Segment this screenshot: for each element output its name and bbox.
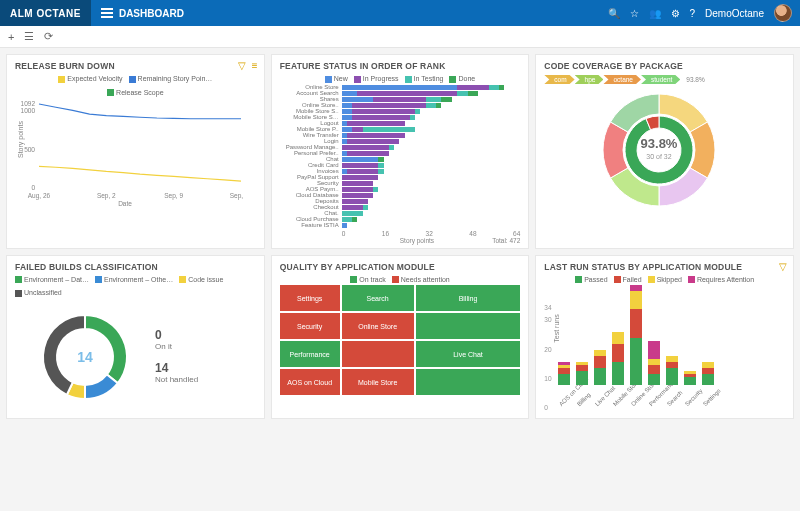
svg-text:Sep, 16: Sep, 16 (230, 192, 245, 200)
svg-text:Aug, 26: Aug, 26 (28, 192, 51, 200)
treemap-cell[interactable] (416, 313, 521, 339)
card-title: QUALITY BY APPLICATION MODULE (280, 262, 521, 272)
card-title: FAILED BUILDS CLASSIFICATION (15, 262, 256, 272)
card-title: CODE COVERAGE BY PACKAGE (544, 61, 785, 71)
treemap-cell[interactable]: Billing (416, 285, 521, 311)
filter-icon[interactable]: ▽ (779, 261, 787, 272)
card-feature-status: FEATURE STATUS IN ORDER OF RANK New In P… (271, 54, 530, 249)
card-title: FEATURE STATUS IN ORDER OF RANK (280, 61, 521, 71)
avatar[interactable] (774, 4, 792, 22)
treemap-cell[interactable]: Search (342, 285, 414, 311)
svg-text:Sep, 2: Sep, 2 (97, 192, 116, 200)
quality-treemap[interactable]: SettingsSearchBillingSecurityOnline Stor… (280, 285, 521, 395)
legend: New In Progress In Testing Done (280, 75, 521, 83)
help-icon[interactable]: ? (690, 8, 696, 19)
card-title: RELEASE BURN DOWN (15, 61, 256, 71)
add-widget-button[interactable]: + (8, 31, 14, 43)
top-nav: ALM OCTANE DASHBOARD 🔍 ☆ 👥 ⚙ ? DemoOctan… (0, 0, 800, 26)
lastrun-chart: AOS on CloudBillingLive ChatMobile Store… (544, 285, 785, 385)
svg-text:93.8%: 93.8% (641, 136, 678, 151)
failed-donut: 14 (15, 299, 155, 414)
widget-grid: RELEASE BURN DOWN ▽≡ Expected Velocity R… (0, 48, 800, 425)
card-code-coverage: CODE COVERAGE BY PACKAGE comhpeoctanestu… (535, 54, 794, 249)
nothandled-count: 14 (155, 361, 198, 375)
menu-icon[interactable] (101, 6, 113, 20)
treemap-cell[interactable]: Security (280, 313, 340, 339)
treemap-cell[interactable]: Performance (280, 341, 340, 367)
onit-count: 0 (155, 328, 198, 342)
user-label[interactable]: DemoOctane (705, 8, 764, 19)
card-quality-module: QUALITY BY APPLICATION MODULE On track N… (271, 255, 530, 419)
feature-bars: Online StoreAccount SearchSharesOnline S… (280, 85, 521, 228)
card-failed-builds: FAILED BUILDS CLASSIFICATION Environment… (6, 255, 265, 419)
burndown-chart: Story points 050010001092 Aug, 26Sep, 2S… (15, 98, 245, 208)
people-icon[interactable]: 👥 (649, 8, 661, 19)
treemap-cell[interactable] (342, 341, 414, 367)
list-toggle-button[interactable]: ☰ (24, 30, 34, 43)
svg-text:500: 500 (24, 146, 35, 153)
treemap-cell[interactable]: Mobile Store (342, 369, 414, 395)
treemap-cell[interactable]: Settings (280, 285, 340, 311)
card-release-burndown: RELEASE BURN DOWN ▽≡ Expected Velocity R… (6, 54, 265, 249)
svg-text:14: 14 (77, 349, 93, 365)
search-icon[interactable]: 🔍 (608, 8, 620, 19)
svg-text:Date: Date (118, 200, 132, 207)
treemap-cell[interactable]: Live Chat (416, 341, 521, 367)
legend: Expected Velocity Remaining Story Poin… … (15, 75, 256, 96)
svg-text:Sep, 9: Sep, 9 (164, 192, 183, 200)
page-title: DASHBOARD (119, 8, 184, 19)
legend: Environment – Dat… Environment – Othe… C… (15, 276, 256, 297)
refresh-button[interactable]: ⟳ (44, 30, 53, 43)
svg-text:1092: 1092 (21, 100, 36, 107)
card-title: LAST RUN STATUS BY APPLICATION MODULE (544, 262, 785, 272)
legend: Passed Failed Skipped Requires Attention (544, 276, 785, 284)
package-breadcrumb[interactable]: comhpeoctanestudent 93.8% (544, 75, 785, 84)
card-last-run-status: LAST RUN STATUS BY APPLICATION MODULE ▽ … (535, 255, 794, 419)
svg-text:0: 0 (31, 184, 35, 191)
svg-text:30 of 32: 30 of 32 (647, 153, 672, 160)
menu-icon[interactable]: ≡ (252, 60, 258, 71)
filter-icon[interactable]: ▽ (238, 60, 246, 71)
treemap-cell[interactable] (416, 369, 521, 395)
gear-icon[interactable]: ⚙ (671, 8, 680, 19)
star-icon[interactable]: ☆ (630, 8, 639, 19)
brand[interactable]: ALM OCTANE (0, 0, 91, 26)
treemap-cell[interactable]: Online Store (342, 313, 414, 339)
breadcrumb[interactable]: DASHBOARD (91, 6, 194, 20)
coverage-chart: 93.8% 30 of 32 (544, 86, 774, 211)
dashboard-toolbar: + ☰ ⟳ (0, 26, 800, 48)
treemap-cell[interactable]: AOS on Cloud (280, 369, 340, 395)
legend: On track Needs attention (280, 276, 521, 284)
svg-text:1000: 1000 (21, 107, 36, 114)
